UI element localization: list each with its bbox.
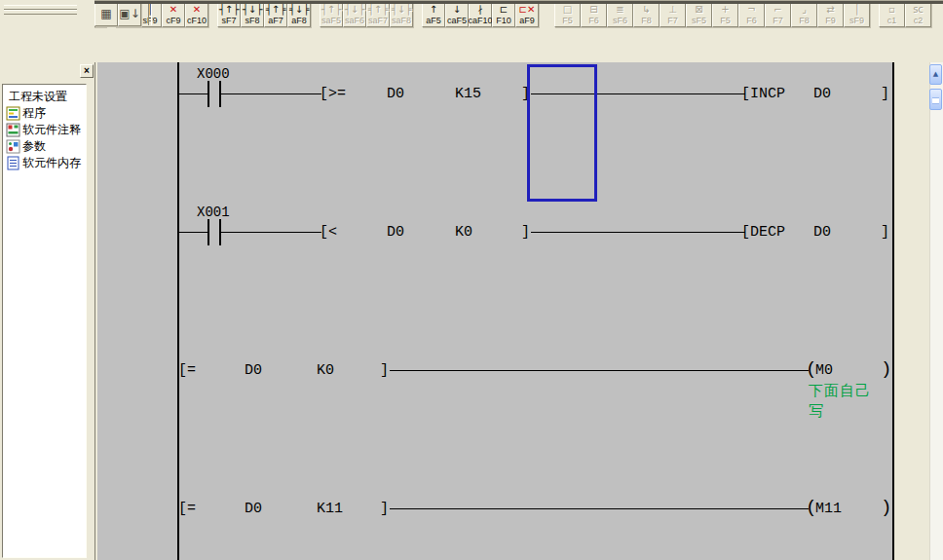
contact-x000[interactable] [207, 81, 209, 107]
tool-block-grid[interactable]: ▦ [94, 1, 118, 26]
coil-m0[interactable]: M0 [815, 362, 833, 379]
instruction-incp[interactable]: [INCP [741, 86, 785, 102]
rung-line [179, 232, 207, 233]
vertical-scrollbar[interactable] [929, 62, 943, 560]
compare-operand-1[interactable]: D0 [245, 501, 262, 517]
instruction-operand[interactable]: D0 [813, 224, 831, 241]
tree-item-label: 参数 [22, 138, 46, 155]
compare-operand-2[interactable]: K0 [455, 224, 472, 241]
instruction-close: ] [881, 86, 889, 102]
edit-cursor[interactable] [527, 64, 597, 202]
block-grid-icon: ▦ [100, 4, 111, 23]
tree-item-device-memory[interactable]: 软元件内存 [5, 155, 86, 171]
tree-item-label: 软元件注释 [22, 122, 81, 138]
toolbar-divider [148, 2, 152, 25]
rung-line [221, 232, 321, 233]
toolbar-separator [0, 0, 943, 4]
tree-item-parameter[interactable]: 参数 [5, 138, 86, 155]
compare-close: ] [521, 224, 530, 241]
compare-op[interactable]: [= [178, 501, 196, 517]
instruction-decp[interactable]: [DECP [741, 224, 785, 241]
device-comment-text: 下面自己 [809, 381, 871, 400]
toolbar-row2: s+verrorS1S9↓◨▦▣↓ [0, 0, 943, 27]
compare-close: ] [380, 362, 389, 379]
gx-developer-window: ┤├F5┤/├F6╡/╞sF6-○-F7{ }F8─F9│sF9✕cF9✕cF1… [0, 0, 943, 560]
compare-operand-1[interactable]: D0 [387, 86, 404, 102]
tree-item-program[interactable]: 程序 [5, 105, 86, 122]
rung-line [390, 370, 809, 371]
tree-item-label: 软元件内存 [22, 155, 81, 171]
block-down-icon: ▣↓ [119, 4, 139, 23]
tree-root-project[interactable]: 工程未设置 [5, 89, 86, 105]
power-rail-left [177, 62, 179, 560]
compare-operand-1[interactable]: D0 [387, 224, 404, 241]
instruction-operand[interactable]: D0 [813, 86, 831, 102]
parameter-icon [6, 139, 20, 154]
instruction-close: ] [881, 224, 889, 241]
rung-line [221, 93, 321, 94]
device-comment-text: 写 [809, 401, 824, 421]
project-tree: 工程未设置 程序 软元件注释 参数 软元件内存 [2, 84, 87, 558]
scroll-thumb-grip [932, 97, 939, 104]
compare-operand-1[interactable]: D0 [245, 362, 262, 379]
scroll-thumb[interactable] [929, 89, 942, 110]
compare-close: ] [380, 501, 389, 517]
tree-item-label: 程序 [22, 105, 46, 122]
editor-left-border [94, 62, 95, 560]
power-rail-right [892, 62, 894, 560]
coil-close: ) [881, 500, 891, 516]
compare-operand-2[interactable]: K15 [455, 86, 481, 102]
rung-line [390, 508, 809, 509]
coil-m11[interactable]: M11 [815, 501, 842, 517]
compare-op[interactable]: [>= [320, 86, 346, 102]
device-memory-icon [6, 156, 20, 170]
contact-label-x001: X001 [197, 205, 230, 220]
compare-op[interactable]: [< [320, 224, 337, 241]
rung-line [179, 93, 207, 94]
compare-operand-2[interactable]: K0 [317, 362, 334, 379]
panel-close-button[interactable]: × [80, 64, 94, 78]
contact-label-x000: X000 [197, 67, 230, 82]
tree-item-device-comment[interactable]: 软元件注释 [5, 122, 86, 138]
contact-x001[interactable] [207, 219, 209, 245]
panel-grip[interactable] [4, 10, 77, 15]
tree-root-label: 工程未设置 [9, 89, 67, 105]
coil-close: ) [881, 361, 891, 378]
program-icon [6, 106, 20, 121]
tool-block-down[interactable]: ▣↓ [118, 1, 141, 26]
device-comment-icon [6, 123, 20, 137]
ladder-canvas[interactable] [97, 62, 894, 560]
compare-op[interactable]: [= [178, 362, 196, 379]
scroll-up-button[interactable]: ▲ [929, 64, 942, 85]
rung-line [531, 232, 745, 233]
compare-operand-2[interactable]: K11 [317, 501, 343, 517]
